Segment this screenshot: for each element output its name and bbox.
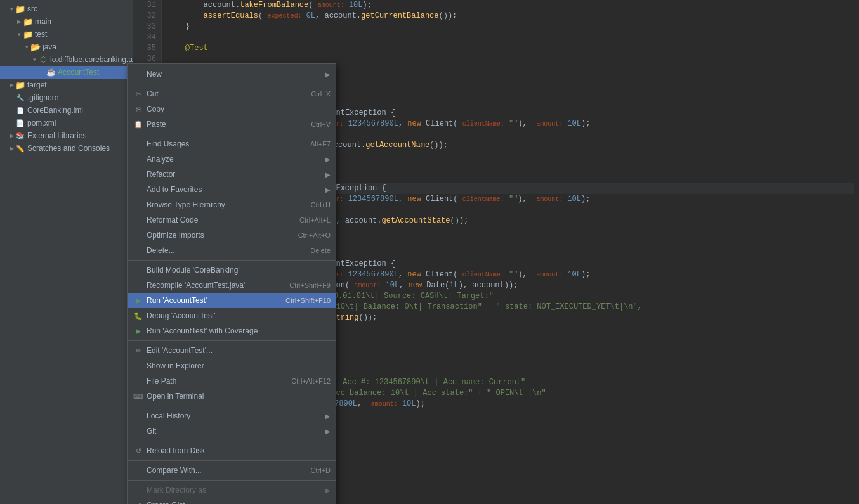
menu-item-create-gist[interactable]: ⑇ Create Gist... (128, 498, 336, 504)
menu-label-compare-with: Compare With... (147, 466, 298, 475)
tree-label-src: src (27, 4, 37, 13)
tree-label-main: main (35, 17, 51, 26)
expand-arrow-test: ▾ (15, 30, 23, 38)
menu-item-local-history[interactable]: Local History ▶ (128, 408, 336, 423)
new-icon (133, 68, 144, 80)
sidebar-item-java[interactable]: ▾ 📂 java (0, 41, 133, 53)
delete-icon (133, 245, 144, 256)
sidebar-item-scratches[interactable]: ▶ ✏️ Scratches and Consoles (0, 142, 133, 155)
sidebar-item-test[interactable]: ▾ 📁 test (0, 28, 133, 41)
edit-icon: ✏ (133, 345, 144, 356)
menu-label-cut: Cut (147, 89, 298, 98)
separator-1 (128, 84, 336, 84)
menu-item-new[interactable]: New ▶ (128, 67, 336, 82)
expand-arrow-src: ▾ (8, 5, 15, 13)
menu-label-optimize: Optimize Imports (147, 231, 285, 240)
recompile-icon (133, 280, 144, 291)
tree-label-pomxml: pom.xml (27, 119, 56, 127)
menu-item-edit[interactable]: ✏ Edit 'AccountTest'... (128, 343, 336, 358)
menu-item-add-favorites[interactable]: Add to Favorites ▶ (128, 182, 336, 197)
run-icon: ▶ (133, 295, 144, 306)
menu-item-mark-dir[interactable]: Mark Directory as ▶ (128, 482, 336, 498)
menu-item-show-explorer[interactable]: Show in Explorer (128, 358, 336, 373)
menu-item-analyze[interactable]: Analyze ▶ (128, 152, 336, 167)
sidebar-item-gitignore[interactable]: ▶ 🔧 .gitignore (0, 91, 133, 104)
menu-item-build-module[interactable]: Build Module 'CoreBanking' (128, 262, 336, 278)
sidebar-item-target[interactable]: ▶ 📁 target (0, 79, 133, 91)
sidebar-item-corebanking[interactable]: ▶ 📄 CoreBanking.iml (0, 104, 133, 117)
folder-icon-target: 📁 (15, 80, 25, 90)
code-line-34 (167, 32, 854, 43)
folder-icon-test: 📁 (23, 29, 33, 39)
menu-item-refactor[interactable]: Refactor ▶ (128, 167, 336, 182)
menu-item-optimize[interactable]: Optimize Imports Ctrl+Alt+O (128, 228, 336, 243)
reformat-icon (133, 214, 144, 226)
code-line-31: account.takeFromBalance( amount: 10L); (167, 0, 854, 11)
menu-item-recompile[interactable]: Recompile 'AccountTest.java' Ctrl+Shift+… (128, 278, 336, 293)
menu-item-file-path[interactable]: File Path Ctrl+Alt+F12 (128, 373, 336, 389)
menu-item-find-usages[interactable]: Find Usages Alt+F7 (128, 136, 336, 152)
tree-label-test: test (35, 30, 47, 39)
separator-4 (128, 340, 336, 341)
git-arrow: ▶ (325, 428, 331, 435)
expand-arrow-package: ▾ (30, 56, 38, 63)
menu-item-reload[interactable]: ↺ Reload from Disk (128, 443, 336, 458)
menu-label-create-gist: Create Gist... (147, 501, 331, 504)
menu-item-cut[interactable]: ✂ Cut Ctrl+X (128, 86, 336, 101)
separator-8 (128, 480, 336, 481)
sidebar-item-accounttest[interactable]: ▶ ☕ AccountTest (0, 66, 133, 79)
separator-6 (128, 441, 336, 441)
local-history-arrow: ▶ (325, 413, 331, 420)
menu-label-copy: Copy (147, 105, 331, 113)
analyze-icon (133, 153, 144, 165)
local-history-icon (133, 410, 144, 422)
reload-icon: ↺ (133, 445, 144, 456)
menu-label-recompile: Recompile 'AccountTest.java' (147, 281, 277, 290)
paste-icon: 📋 (133, 119, 144, 130)
tree-label-target: target (27, 81, 47, 89)
menu-item-git[interactable]: Git ▶ (128, 423, 336, 439)
favorites-arrow: ▶ (325, 186, 331, 193)
build-icon (133, 264, 144, 276)
expand-arrow-extlibs: ▶ (8, 132, 15, 139)
menu-item-browse-type[interactable]: Browse Type Hierarchy Ctrl+H (128, 197, 336, 212)
separator-7 (128, 460, 336, 461)
menu-item-delete[interactable]: Delete... Delete (128, 243, 336, 258)
sidebar-item-src[interactable]: ▾ 📁 src (0, 3, 133, 15)
menu-item-compare-with[interactable]: Compare With... Ctrl+D (128, 463, 336, 478)
menu-label-show-explorer: Show in Explorer (147, 361, 331, 370)
menu-label-debug: Debug 'AccountTest' (147, 311, 331, 320)
analyze-arrow: ▶ (325, 156, 331, 163)
menu-item-run[interactable]: ▶ Run 'AccountTest' Ctrl+Shift+F10 (128, 293, 336, 308)
debug-icon: 🐛 (133, 310, 144, 321)
menu-label-add-favorites: Add to Favorites (147, 185, 323, 194)
menu-label-reload: Reload from Disk (147, 446, 331, 455)
optimize-icon (133, 229, 144, 241)
menu-label-refactor: Refactor (147, 170, 323, 179)
menu-item-open-terminal[interactable]: ⌨ Open in Terminal (128, 389, 336, 404)
menu-item-debug[interactable]: 🐛 Debug 'AccountTest' (128, 308, 336, 323)
menu-label-mark-dir: Mark Directory as (147, 486, 323, 494)
shortcut-file-path: Ctrl+Alt+F12 (291, 377, 331, 385)
menu-item-copy[interactable]: ⎘ Copy (128, 101, 336, 117)
menu-label-delete: Delete... (147, 246, 298, 255)
sidebar-item-extlibs[interactable]: ▶ 📚 External Libraries (0, 129, 133, 142)
sidebar-item-pomxml[interactable]: ▶ 📄 pom.xml (0, 117, 133, 129)
menu-label-run: Run 'AccountTest' (147, 296, 273, 305)
menu-label-file-path: File Path (147, 377, 279, 385)
tree-label-gitignore: .gitignore (27, 93, 58, 102)
menu-item-reformat[interactable]: Reformat Code Ctrl+Alt+L (128, 212, 336, 228)
menu-item-run-coverage[interactable]: ▶ Run 'AccountTest' with Coverage (128, 323, 336, 339)
java-folder-icon: 📂 (30, 42, 41, 52)
shortcut-delete: Delete (310, 247, 331, 254)
tree-label-scratches: Scratches and Consoles (27, 144, 110, 153)
sidebar-item-main[interactable]: ▶ 📁 main (0, 15, 133, 28)
shortcut-optimize: Ctrl+Alt+O (298, 231, 331, 239)
terminal-icon: ⌨ (133, 391, 144, 402)
sidebar-item-package[interactable]: ▾ ⬡ io.diffblue.corebanking.account (0, 53, 133, 66)
new-arrow: ▶ (325, 71, 331, 78)
code-line-33: } (167, 22, 854, 32)
shortcut-browse-type: Ctrl+H (311, 201, 331, 209)
menu-item-paste[interactable]: 📋 Paste Ctrl+V (128, 117, 336, 132)
coverage-icon: ▶ (133, 325, 144, 337)
